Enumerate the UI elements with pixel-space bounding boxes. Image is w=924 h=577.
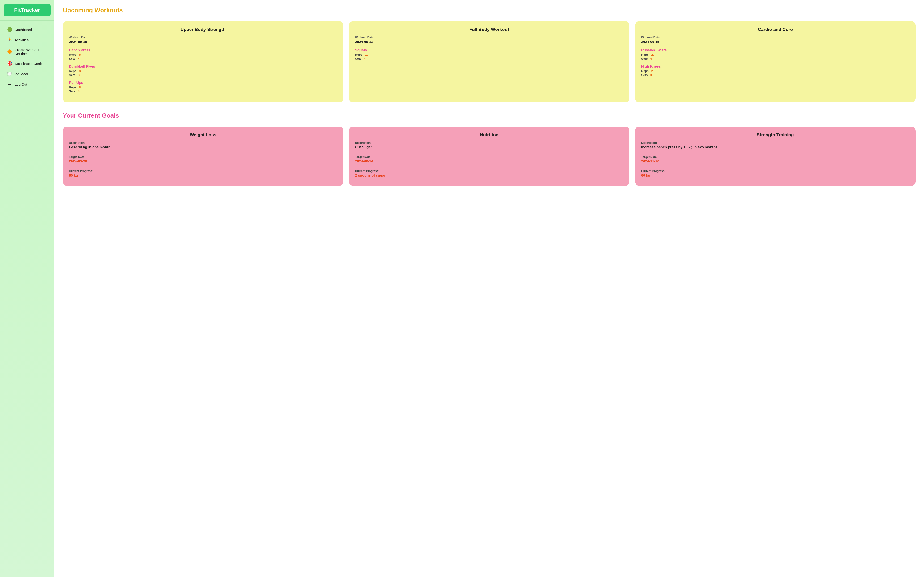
workout-card-1: Full Body WorkoutWorkout Date:2024-09-12… [349, 21, 629, 102]
sets-value-2-0: 4 [650, 57, 652, 60]
sets-label-2-1: Sets: [641, 73, 649, 77]
sets-label-0-1: Sets: [69, 73, 76, 77]
goal-divider2-1 [355, 167, 623, 167]
sidebar-label-dashboard: Dashboard [14, 27, 32, 32]
workout-card-title-2: Cardio and Core [641, 27, 910, 32]
goal-td-label-0: Target Date: [69, 155, 337, 159]
sets-label-0-0: Sets: [69, 57, 76, 60]
sets-label-1-0: Sets: [355, 57, 362, 60]
goal-prog-label-0: Current Progress: [69, 169, 337, 173]
goal-card-title-0: Weight Loss [69, 132, 337, 137]
goal-card-title-1: Nutrition [355, 132, 623, 137]
workout-date-value-0: 2024-09-10 [69, 40, 337, 44]
goal-td-label-1: Target Date: [355, 155, 623, 159]
workout-date-label-1: Workout Date: [355, 36, 623, 39]
exercise-reps-row-0-1: Reps: 8 [69, 69, 337, 73]
goal-divider1-2 [641, 153, 910, 153]
current-goals-title: Your Current Goals [63, 112, 916, 119]
goal-td-value-0: 2024-09-30 [69, 159, 337, 163]
goal-desc-value-1: Cut Sugar [355, 145, 623, 149]
sets-value-0-2: 4 [78, 89, 80, 93]
sidebar-label-activities: Activities [14, 38, 29, 42]
sidebar-nav: 🟢Dashboard🏃Activities🔶Create Workout Rou… [0, 23, 54, 91]
exercise-block-0-0: Bench PressReps: 8Sets: 4 [69, 48, 337, 61]
sidebar-icon-activities: 🏃 [7, 37, 12, 42]
goal-td-value-1: 2024-08-14 [355, 159, 623, 163]
sidebar-item-create-workout[interactable]: 🔶Create Workout Routine [2, 45, 52, 58]
exercise-reps-row-0-0: Reps: 8 [69, 53, 337, 56]
sidebar-icon-log-out: ↩ [7, 82, 12, 87]
goal-card-2: Strength TrainingDescription:Increase be… [635, 127, 916, 186]
sidebar-item-set-goals[interactable]: 🎯Set Fitness Goals [2, 58, 52, 68]
exercise-block-1-0: SquatsReps: 10Sets: 4 [355, 48, 623, 61]
sidebar-item-activities[interactable]: 🏃Activities [2, 35, 52, 45]
workout-date-value-2: 2024-09-15 [641, 40, 910, 44]
exercise-sets-row-2-0: Sets: 4 [641, 57, 910, 60]
sidebar-item-log-meal[interactable]: 🍽️log Meal [2, 69, 52, 79]
exercise-block-2-0: Russian TwistsReps: 20Sets: 4 [641, 48, 910, 61]
goals-divider [63, 121, 916, 121]
sidebar-item-dashboard[interactable]: 🟢Dashboard [2, 24, 52, 34]
exercise-name-1-0: Squats [355, 48, 623, 52]
sidebar-icon-create-workout: 🔶 [7, 49, 12, 54]
goal-desc-label-0: Description: [69, 141, 337, 145]
main-content: Upcoming Workouts Upper Body StrengthWor… [54, 0, 924, 577]
exercise-name-2-1: High Knees [641, 64, 910, 68]
workout-date-value-1: 2024-09-12 [355, 40, 623, 44]
exercise-name-0-2: Pull Ups [69, 81, 337, 84]
sidebar-divider [0, 20, 54, 21]
goal-cards-grid: Weight LossDescription:Lose 10 kg in one… [63, 127, 916, 186]
goal-td-value-2: 2024-11-20 [641, 159, 910, 163]
workout-card-title-1: Full Body Workout [355, 27, 623, 32]
reps-label-2-0: Reps: [641, 53, 650, 56]
workout-card-2: Cardio and CoreWorkout Date:2024-09-15Ru… [635, 21, 916, 102]
exercise-name-0-1: Dumbbell Flyes [69, 64, 337, 68]
sets-value-0-0: 4 [78, 57, 80, 60]
logo-button[interactable]: FitTracker [4, 4, 50, 16]
goal-divider2-2 [641, 167, 910, 167]
goal-prog-value-2: 60 kg [641, 173, 910, 177]
sets-value-0-1: 3 [78, 73, 80, 77]
reps-value-0-2: 8 [79, 85, 80, 89]
reps-value-1-0: 10 [365, 53, 368, 56]
exercise-reps-row-2-0: Reps: 20 [641, 53, 910, 56]
sidebar-icon-log-meal: 🍽️ [7, 71, 12, 76]
exercise-reps-row-0-2: Reps: 8 [69, 85, 337, 89]
exercise-reps-row-2-1: Reps: 20 [641, 69, 910, 73]
goal-card-1: NutritionDescription:Cut SugarTarget Dat… [349, 127, 629, 186]
exercise-name-0-0: Bench Press [69, 48, 337, 52]
sets-label-2-0: Sets: [641, 57, 649, 60]
goal-desc-value-0: Lose 10 kg in one month [69, 145, 337, 149]
exercise-block-0-1: Dumbbell FlyesReps: 8Sets: 3 [69, 64, 337, 77]
reps-label-0-0: Reps: [69, 53, 77, 56]
workout-card-title-0: Upper Body Strength [69, 27, 337, 32]
sidebar-label-log-meal: log Meal [14, 72, 28, 76]
upcoming-workouts-section: Upcoming Workouts Upper Body StrengthWor… [63, 6, 916, 102]
sidebar-label-log-out: Log Out [14, 82, 27, 86]
exercise-block-2-1: High KneesReps: 20Sets: 3 [641, 64, 910, 77]
reps-label-0-2: Reps: [69, 85, 77, 89]
reps-label-2-1: Reps: [641, 69, 650, 73]
sidebar-item-log-out[interactable]: ↩Log Out [2, 79, 52, 89]
goal-divider1-0 [69, 153, 337, 153]
exercise-name-2-0: Russian Twists [641, 48, 910, 52]
goal-divider1-1 [355, 153, 623, 153]
reps-value-0-1: 8 [79, 69, 80, 73]
reps-value-2-0: 20 [651, 53, 654, 56]
workout-date-label-0: Workout Date: [69, 36, 337, 39]
exercise-sets-row-2-1: Sets: 3 [641, 73, 910, 77]
reps-value-0-0: 8 [79, 53, 80, 56]
goal-card-title-2: Strength Training [641, 132, 910, 137]
exercise-sets-row-1-0: Sets: 4 [355, 57, 623, 60]
sidebar-icon-set-goals: 🎯 [7, 61, 12, 66]
goal-prog-value-1: 2 spoons of sugar [355, 173, 623, 177]
goal-desc-value-2: Increase bench press by 10 kg in two mon… [641, 145, 910, 149]
sets-value-1-0: 4 [364, 57, 366, 60]
sidebar-icon-dashboard: 🟢 [7, 27, 12, 32]
reps-label-0-1: Reps: [69, 69, 77, 73]
exercise-sets-row-0-2: Sets: 4 [69, 89, 337, 93]
workout-card-0: Upper Body StrengthWorkout Date:2024-09-… [63, 21, 343, 102]
workout-cards-grid: Upper Body StrengthWorkout Date:2024-09-… [63, 21, 916, 102]
sets-value-2-1: 3 [650, 73, 652, 77]
exercise-reps-row-1-0: Reps: 10 [355, 53, 623, 56]
